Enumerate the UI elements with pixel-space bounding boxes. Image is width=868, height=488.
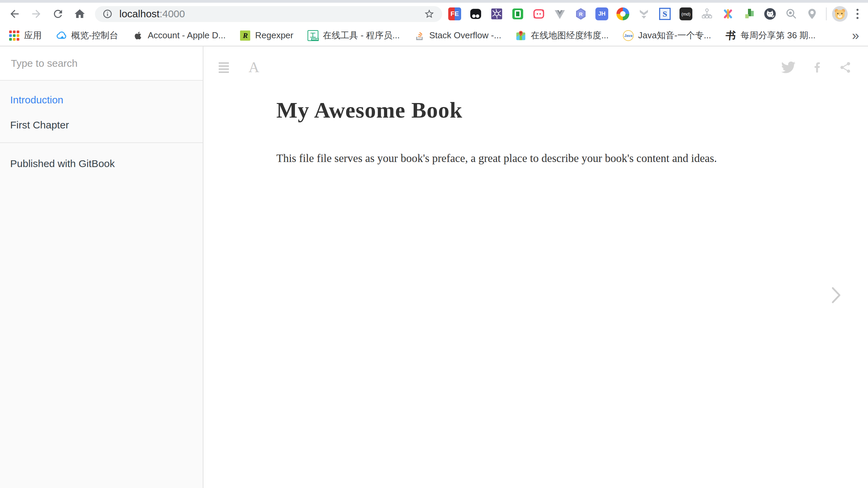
sidebar-divider bbox=[0, 142, 203, 143]
bookmark-label: 每周分享第 36 期... bbox=[741, 29, 815, 41]
table-of-contents: IntroductionFirst Chapter bbox=[0, 87, 203, 138]
address-bar[interactable]: localhost:4000 bbox=[95, 6, 442, 22]
twitter-share-button[interactable] bbox=[781, 61, 795, 74]
share-icon bbox=[839, 61, 852, 74]
green-frame-extension-icon[interactable] bbox=[511, 7, 524, 20]
bookmark-item[interactable]: 书每周分享第 36 期... bbox=[725, 29, 815, 41]
reload-icon bbox=[52, 8, 64, 20]
saladict-extension-icon[interactable]: S bbox=[658, 7, 671, 20]
font-settings-button[interactable]: A bbox=[249, 60, 259, 75]
bookmarks-overflow-button[interactable]: » bbox=[852, 29, 859, 42]
hamster-avatar-icon bbox=[832, 6, 848, 22]
forward-button[interactable] bbox=[27, 5, 45, 23]
back-button[interactable] bbox=[5, 5, 24, 23]
search-input[interactable] bbox=[10, 57, 193, 69]
home-button[interactable] bbox=[71, 5, 89, 23]
gitbook-page: IntroductionFirst Chapter Published with… bbox=[0, 46, 868, 488]
bookmark-item[interactable]: JavaJava知音-一个专... bbox=[623, 29, 711, 41]
page-title: My Awesome Book bbox=[276, 97, 758, 123]
cat-extension-icon[interactable] bbox=[764, 7, 776, 20]
bookmark-label: 概览-控制台 bbox=[71, 29, 118, 41]
bookmark-item[interactable]: RRegexper bbox=[240, 30, 293, 41]
chevron-right-icon bbox=[831, 286, 841, 304]
bookmark-label: Account - Apple D... bbox=[148, 30, 226, 41]
facebook-share-button[interactable] bbox=[810, 61, 824, 74]
bookmark-label: Java知音-一个专... bbox=[638, 29, 711, 41]
java-circle-icon: Java bbox=[623, 30, 634, 41]
url-text: localhost:4000 bbox=[119, 8, 185, 20]
vue-extension-icon[interactable] bbox=[553, 7, 566, 20]
browser-menu-button[interactable] bbox=[852, 7, 863, 21]
fe-extension-icon[interactable]: FE bbox=[448, 7, 461, 20]
page-info-icon[interactable] bbox=[102, 9, 113, 19]
gitbook-sidebar: IntroductionFirst Chapter Published with… bbox=[0, 46, 203, 488]
svg-text:R: R bbox=[579, 11, 583, 17]
octopus-extension-icon[interactable] bbox=[490, 7, 503, 20]
url-port: :4000 bbox=[159, 8, 185, 19]
profile-avatar[interactable] bbox=[832, 6, 848, 22]
page-paragraph: This file file serves as your book's pre… bbox=[276, 152, 758, 165]
toggle-summary-button[interactable] bbox=[219, 62, 229, 73]
github-pin-extension-icon[interactable] bbox=[806, 7, 818, 20]
search-box bbox=[0, 46, 203, 81]
jh-extension-icon[interactable]: JH bbox=[595, 7, 608, 20]
published-with-gitbook-link[interactable]: Published with GitBook bbox=[0, 151, 203, 176]
bookmark-label: 在线地图经度纬度... bbox=[531, 29, 609, 41]
extensions-area: FERJHS(md) bbox=[448, 7, 818, 20]
toolbar-separator bbox=[826, 7, 827, 20]
asterisk-extension-icon[interactable] bbox=[722, 7, 734, 20]
sitemap-extension-icon[interactable] bbox=[701, 7, 713, 20]
bookmark-item[interactable]: 工WEB在线工具 - 程序员... bbox=[308, 29, 400, 41]
stack-overflow-icon bbox=[414, 30, 425, 41]
bookmark-label: 在线工具 - 程序员... bbox=[323, 29, 400, 41]
bookmark-item[interactable]: Stack Overflow -... bbox=[414, 30, 501, 41]
panda-extension-icon[interactable] bbox=[469, 7, 482, 20]
browser-toolbar: localhost:4000 FERJHS(md) bbox=[0, 3, 868, 25]
bookmark-item[interactable]: 概览-控制台 bbox=[56, 29, 118, 41]
react-hexagon-extension-icon[interactable]: R bbox=[574, 7, 587, 20]
markdown-extension-icon[interactable]: (md) bbox=[679, 7, 692, 20]
share-buttons bbox=[781, 61, 852, 74]
green-bars-extension-icon[interactable] bbox=[743, 7, 755, 20]
page-body: My Awesome Book This file file serves as… bbox=[276, 97, 758, 165]
calligraphy-book-icon: 书 bbox=[725, 30, 736, 41]
home-icon bbox=[74, 8, 86, 20]
map-icon bbox=[515, 30, 526, 41]
chrome-ring-extension-icon[interactable] bbox=[616, 7, 629, 20]
gitbook-content: A My Awesome Book This file file serves … bbox=[203, 46, 868, 488]
facebook-icon bbox=[810, 61, 824, 74]
bookmark-item[interactable]: 应用 bbox=[9, 29, 42, 41]
next-page-button[interactable] bbox=[825, 280, 847, 311]
reload-button[interactable] bbox=[49, 5, 67, 23]
apple-icon bbox=[133, 30, 143, 41]
regexper-icon: R bbox=[240, 30, 251, 41]
bookmarks-list: 应用概览-控制台Account - Apple D...RRegexper工WE… bbox=[9, 29, 846, 41]
bookmark-label: Regexper bbox=[255, 30, 293, 41]
toc-item-introduction[interactable]: Introduction bbox=[0, 87, 203, 113]
bookmarks-bar: 应用概览-控制台Account - Apple D...RRegexper工WE… bbox=[0, 25, 868, 46]
back-arrow-icon bbox=[8, 8, 21, 20]
tab-strip bbox=[0, 0, 868, 3]
browser-window: localhost:4000 FERJHS(md) 应用概览-控制台Accoun… bbox=[0, 0, 868, 488]
apps-grid-icon bbox=[9, 30, 20, 41]
toc-item-first-chapter[interactable]: First Chapter bbox=[0, 113, 203, 138]
bookmark-label: 应用 bbox=[24, 29, 42, 41]
bookmark-label: Stack Overflow -... bbox=[429, 30, 501, 41]
bookmark-star-icon[interactable] bbox=[424, 8, 435, 19]
chat-refresh-extension-icon[interactable] bbox=[532, 7, 545, 20]
tencent-cloud-icon bbox=[56, 30, 67, 41]
github-search-extension-icon[interactable] bbox=[785, 7, 797, 20]
forward-arrow-icon bbox=[30, 8, 42, 20]
double-chevron-extension-icon[interactable] bbox=[637, 7, 650, 20]
content-header: A bbox=[219, 60, 852, 75]
url-host: localhost bbox=[119, 8, 159, 19]
twitter-icon bbox=[781, 61, 795, 74]
share-button[interactable] bbox=[839, 61, 852, 74]
bookmark-item[interactable]: 在线地图经度纬度... bbox=[515, 29, 609, 41]
bookmark-item[interactable]: Account - Apple D... bbox=[133, 30, 226, 41]
online-tools-icon: 工WEB bbox=[308, 30, 318, 41]
